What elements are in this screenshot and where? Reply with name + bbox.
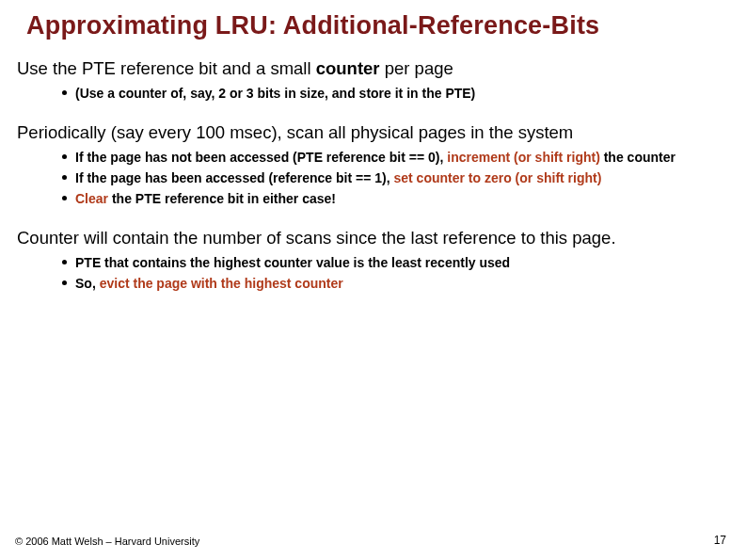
section-3-text: Counter will contain the number of scans…	[17, 227, 730, 248]
bullet-pre: If the page has not been accessed (PTE r…	[75, 150, 447, 165]
bullet-post: the PTE reference bit in either case!	[108, 191, 336, 206]
slide-title: Approximating LRU: Additional-Reference-…	[26, 11, 730, 40]
footer-copyright: © 2006 Matt Welsh – Harvard University	[15, 536, 199, 547]
section-1-bullets: (Use a counter of, say, 2 or 3 bits in s…	[17, 85, 730, 103]
bullet-pre: So,	[75, 276, 100, 291]
section-1-heading: Use the PTE reference bit and a small co…	[17, 57, 730, 79]
list-item: Clear the PTE reference bit in either ca…	[62, 190, 730, 208]
bullet-accent: set counter to zero (or shift right)	[393, 170, 601, 185]
list-item: PTE that contains the highest counter va…	[62, 254, 730, 272]
section-1-text-a: Use the PTE reference bit and a small	[17, 58, 316, 78]
bullet-accent: evict the page with the highest counter	[100, 276, 343, 291]
section-3-heading: Counter will contain the number of scans…	[17, 227, 730, 248]
list-item: If the page has been accessed (reference…	[62, 169, 730, 187]
bullet-accent: increment (or shift right)	[447, 150, 600, 165]
page-number: 17	[714, 534, 726, 547]
bullet-post: the counter	[600, 150, 675, 165]
bullet-pre: If the page has been accessed (reference…	[75, 170, 393, 185]
section-1-bold: counter	[316, 58, 380, 78]
list-item: (Use a counter of, say, 2 or 3 bits in s…	[62, 85, 730, 103]
section-2-text: Periodically (say every 100 msec), scan …	[17, 121, 730, 143]
list-item: If the page has not been accessed (PTE r…	[62, 149, 730, 167]
list-item: So, evict the page with the highest coun…	[62, 275, 730, 293]
section-1-text-c: per page	[380, 58, 453, 78]
section-2-bullets: If the page has not been accessed (PTE r…	[17, 149, 730, 208]
bullet-accent: Clear	[75, 191, 108, 206]
section-2-heading: Periodically (say every 100 msec), scan …	[17, 121, 730, 143]
section-3-bullets: PTE that contains the highest counter va…	[17, 254, 730, 293]
slide-container: Approximating LRU: Additional-Reference-…	[0, 0, 747, 560]
